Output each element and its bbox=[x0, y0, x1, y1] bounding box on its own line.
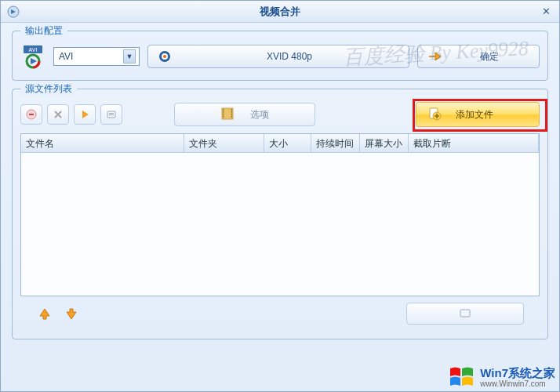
window-title: 视频合并 bbox=[260, 5, 300, 19]
app-icon bbox=[7, 5, 20, 18]
svg-rect-21 bbox=[231, 111, 232, 113]
svg-rect-22 bbox=[231, 114, 232, 115]
col-size[interactable]: 大小 bbox=[264, 134, 311, 152]
target-icon bbox=[158, 49, 172, 64]
windows-flag-icon bbox=[449, 365, 475, 389]
format-dropdown[interactable]: AVI ▼ bbox=[53, 47, 140, 66]
col-folder[interactable]: 文件夹 bbox=[184, 134, 264, 152]
footer-row bbox=[20, 296, 540, 325]
svg-rect-9 bbox=[29, 114, 34, 115]
format-selected: AVI bbox=[59, 51, 73, 62]
options-button[interactable]: 选项 bbox=[174, 103, 315, 126]
film-icon bbox=[220, 107, 235, 123]
output-config-group: 输出配置 AVI AVI ▼ XVID 480p bbox=[12, 31, 548, 81]
svg-rect-12 bbox=[109, 114, 114, 115]
titlebar: 视频合并 ✕ bbox=[1, 1, 559, 23]
source-files-group: 源文件列表 选项 bbox=[12, 89, 548, 339]
confirm-arrow-icon bbox=[427, 49, 442, 64]
svg-point-7 bbox=[163, 55, 166, 58]
watermark-url: www.Winwin7.com bbox=[480, 379, 555, 388]
col-filename[interactable]: 文件名 bbox=[21, 134, 184, 152]
source-files-legend: 源文件列表 bbox=[20, 82, 77, 96]
close-icon: ✕ bbox=[542, 5, 551, 17]
info-button[interactable] bbox=[100, 104, 122, 125]
svg-rect-16 bbox=[223, 109, 224, 111]
svg-rect-11 bbox=[109, 113, 114, 114]
watermark-brand: Win7系统之家 bbox=[480, 366, 555, 381]
svg-rect-26 bbox=[460, 310, 470, 317]
svg-rect-17 bbox=[223, 111, 224, 113]
svg-rect-23 bbox=[231, 116, 232, 118]
clear-button[interactable] bbox=[20, 104, 42, 125]
svg-text:AVI: AVI bbox=[29, 47, 38, 53]
table-header: 文件名 文件夹 大小 持续时间 屏幕大小 截取片断 bbox=[21, 134, 539, 153]
output-config-legend: 输出配置 bbox=[20, 24, 67, 38]
table-body[interactable] bbox=[21, 153, 539, 296]
add-file-label: 添加文件 bbox=[456, 108, 493, 122]
chevron-down-icon: ▼ bbox=[123, 49, 136, 64]
col-clip[interactable]: 截取片断 bbox=[409, 134, 539, 152]
footer-action-icon bbox=[460, 307, 471, 321]
confirm-button[interactable]: 确定 bbox=[417, 45, 540, 68]
move-down-button[interactable] bbox=[63, 305, 80, 322]
video-merge-window: 视频合并 ✕ 输出配置 AVI AVI ▼ bbox=[0, 0, 560, 392]
close-button[interactable]: ✕ bbox=[537, 4, 555, 18]
add-file-icon bbox=[427, 107, 442, 123]
svg-rect-19 bbox=[223, 116, 224, 118]
remove-button[interactable] bbox=[47, 104, 69, 125]
footer-action-button[interactable] bbox=[406, 303, 524, 325]
options-label: 选项 bbox=[250, 108, 269, 122]
file-table: 文件名 文件夹 大小 持续时间 屏幕大小 截取片断 bbox=[20, 133, 540, 296]
source-toolbar: 选项 添加文件 bbox=[20, 102, 540, 127]
move-up-button[interactable] bbox=[36, 305, 53, 322]
format-icon: AVI bbox=[20, 44, 45, 69]
profile-label: XVID 480p bbox=[180, 51, 399, 62]
col-duration[interactable]: 持续时间 bbox=[311, 134, 360, 152]
profile-button[interactable]: XVID 480p bbox=[147, 45, 409, 68]
svg-rect-18 bbox=[223, 114, 224, 115]
confirm-label: 确定 bbox=[449, 50, 529, 64]
watermark-logo: Win7系统之家 www.Winwin7.com bbox=[449, 365, 555, 389]
col-screensize[interactable]: 屏幕大小 bbox=[360, 134, 409, 152]
play-button[interactable] bbox=[74, 104, 96, 125]
svg-rect-20 bbox=[231, 109, 232, 111]
add-file-button[interactable]: 添加文件 bbox=[416, 102, 540, 127]
